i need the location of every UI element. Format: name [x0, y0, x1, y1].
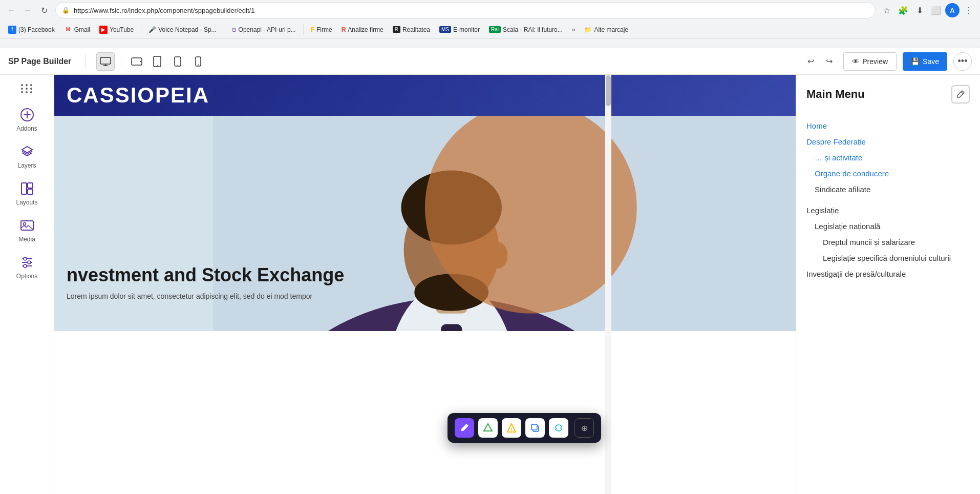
ft-warning-button[interactable]: !: [502, 418, 521, 438]
sidebar-item-layouts[interactable]: Layouts: [4, 176, 50, 211]
ft-copy-button[interactable]: [525, 418, 545, 438]
window-button[interactable]: ⬜: [929, 3, 943, 17]
pb-sidebar: Addons Layers: [0, 75, 54, 494]
panel-edit-button[interactable]: [951, 85, 970, 104]
bookmark-youtube[interactable]: ▶ YouTube: [95, 24, 138, 36]
layers-icon: [20, 145, 34, 159]
realitatea-icon: R: [393, 26, 400, 33]
preview-button[interactable]: 👁 Preview: [843, 52, 897, 71]
menu-item-legislatie: Legislație: [806, 203, 970, 218]
bookmark-facebook[interactable]: f (3) Facebook: [4, 24, 59, 36]
more-options-button[interactable]: •••: [953, 52, 972, 71]
media-label: Media: [18, 236, 35, 243]
svg-rect-25: [441, 324, 462, 331]
menu-item-home[interactable]: Home: [806, 118, 970, 133]
hero-content: nvestment and Stock Exchange Lorem ipsum…: [67, 264, 693, 300]
firme-icon: F: [311, 26, 314, 33]
device-tablet-small-btn[interactable]: [168, 52, 187, 71]
bookmark-gmail[interactable]: M Gmail: [60, 24, 94, 36]
desktop-icon: [100, 57, 111, 66]
folder-icon: 📁: [584, 26, 592, 33]
svg-text:!: !: [511, 427, 513, 432]
dot: [30, 88, 32, 90]
svg-marker-32: [484, 424, 492, 431]
sidebar-item-options[interactable]: Options: [4, 250, 50, 285]
pb-toolbar: SP Page Builder ↩ ↪ 👁: [0, 48, 980, 75]
device-tablet-landscape-btn[interactable]: [127, 52, 146, 71]
ft-refresh-button[interactable]: [549, 418, 568, 438]
bookmark-facebook-label: (3) Facebook: [18, 26, 55, 33]
menu-item-dreptul: Dreptul muncii și salarizare: [806, 235, 970, 250]
scala-icon: Rai: [489, 26, 501, 33]
tablet-icon: [153, 56, 161, 67]
dot: [30, 91, 32, 93]
extensions-button[interactable]: 🧩: [896, 3, 910, 17]
menu-separator: [806, 198, 970, 202]
back-button[interactable]: ←: [4, 3, 18, 17]
pb-content: Addons Layers: [0, 75, 980, 494]
device-buttons: [96, 52, 207, 71]
dot: [21, 84, 23, 86]
sidebar-item-media[interactable]: Media: [4, 213, 50, 248]
svg-point-19: [28, 261, 31, 264]
profile-button[interactable]: A: [945, 3, 960, 17]
forward-button[interactable]: →: [20, 3, 35, 17]
lock-icon: 🔒: [62, 7, 70, 14]
bookmark-firme-label: Firme: [316, 26, 332, 33]
bookmark-realitatea[interactable]: R Realitatea: [389, 24, 434, 35]
bookmark-voicenotepad-label: Voice Notepad - Sp...: [158, 26, 216, 33]
url-text: https://www.fsic.ro/index.php/component/…: [74, 7, 254, 14]
bookmark-scala[interactable]: Rai Scala - RAI: il futuro...: [485, 24, 567, 35]
facebook-icon: f: [8, 26, 16, 34]
dot: [30, 84, 32, 86]
bookmark-openapi[interactable]: ⊙ Openapi - API-uri p...: [227, 24, 300, 35]
tablet-small-icon: [174, 56, 181, 67]
undo-redo-buttons: ↩ ↪: [802, 53, 837, 70]
menu-item-despre[interactable]: Despre Federație: [806, 134, 970, 149]
bookmark-alte[interactable]: 📁 Alte marcaje: [580, 24, 632, 35]
addons-label: Addons: [16, 125, 37, 132]
device-desktop-btn[interactable]: [96, 52, 115, 71]
sidebar-drag-handle[interactable]: [4, 79, 50, 98]
hero-title: nvestment and Stock Exchange: [67, 264, 693, 286]
device-mobile-btn[interactable]: [189, 52, 207, 71]
menu-item-sindicate: Sindicate afiliate: [806, 182, 970, 197]
menu-item-activitate[interactable]: … și activitate: [806, 150, 970, 165]
pb-right-panel: Main Menu Home Despre Federație … și act…: [796, 75, 980, 494]
toolbar-divider-2: [121, 56, 121, 67]
sidebar-item-addons[interactable]: Addons: [4, 102, 50, 137]
bookmark-emonitor[interactable]: MS E-monitor: [435, 24, 484, 35]
bookmarks-more[interactable]: »: [568, 24, 580, 35]
preview-icon: 👁: [852, 57, 859, 66]
scrollbar-thumb[interactable]: [606, 75, 611, 106]
svg-rect-0: [100, 57, 111, 64]
bookmark-alte-label: Alte marcaje: [594, 26, 628, 33]
sidebar-item-layers[interactable]: Layers: [4, 139, 50, 174]
svg-point-6: [178, 65, 179, 66]
reload-button[interactable]: ↻: [37, 3, 51, 17]
bookmark-firme[interactable]: F Firme: [307, 24, 336, 35]
ft-pen-button[interactable]: [455, 418, 474, 438]
device-tablet-btn[interactable]: [148, 52, 166, 71]
svg-point-20: [24, 264, 27, 267]
bookmark-voicenotepad[interactable]: 🎤 Voice Notepad - Sp...: [144, 24, 220, 35]
ft-drive-button[interactable]: [478, 418, 498, 438]
svg-point-14: [23, 223, 26, 225]
browser-chrome: ← → ↻ 🔒 https://www.fsic.ro/index.php/co…: [0, 0, 980, 48]
address-bar[interactable]: 🔒 https://www.fsic.ro/index.php/componen…: [55, 2, 876, 18]
more-button[interactable]: ⋮: [962, 3, 976, 17]
ft-steam-button[interactable]: ⊕: [574, 418, 594, 438]
bookmark-analize[interactable]: R Analize firme: [337, 24, 388, 35]
preview-label: Preview: [862, 57, 888, 66]
pb-logo: SP Page Builder: [8, 57, 71, 66]
undo-button[interactable]: ↩: [802, 53, 819, 70]
bookmark-gmail-label: Gmail: [74, 26, 90, 33]
download-button[interactable]: ⬇: [912, 3, 927, 17]
youtube-icon: ▶: [99, 26, 108, 34]
menu-item-organe[interactable]: Organe de conducere: [806, 166, 970, 181]
star-button[interactable]: ☆: [880, 3, 894, 17]
save-button[interactable]: 💾 Save: [903, 52, 947, 71]
redo-button[interactable]: ↪: [821, 53, 837, 70]
svg-point-18: [24, 257, 27, 260]
dot: [21, 91, 23, 93]
